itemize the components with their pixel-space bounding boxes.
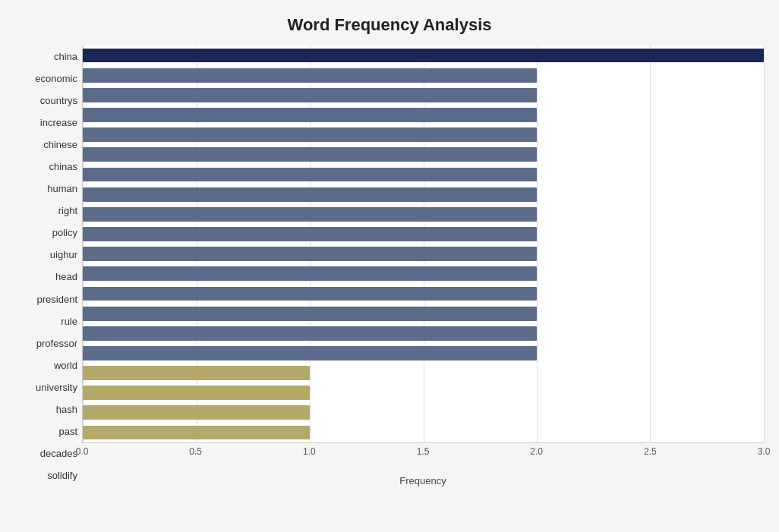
bar-row	[83, 165, 764, 184]
x-axis-labels: 0.00.51.01.52.02.53.0	[82, 446, 764, 461]
bar	[83, 426, 310, 440]
bar	[83, 247, 537, 261]
bar-row	[83, 304, 764, 323]
y-label: world	[54, 360, 77, 370]
bar-row	[83, 323, 764, 343]
y-label: hash	[56, 405, 77, 414]
bar-row	[83, 184, 764, 204]
bar-row	[83, 204, 764, 224]
x-tick-label: 2.0	[530, 446, 543, 457]
y-label: president	[37, 294, 77, 304]
y-label: rule	[61, 316, 77, 326]
bar-row	[83, 383, 764, 403]
y-label: countrys	[40, 96, 77, 105]
bar	[83, 307, 537, 321]
y-label: head	[55, 272, 77, 282]
y-label: chinese	[43, 140, 77, 150]
x-axis-title: Frequency	[82, 475, 764, 486]
bar	[83, 227, 537, 241]
bar-row	[83, 284, 764, 304]
y-label: professor	[36, 338, 77, 348]
x-tick-label: 2.5	[644, 446, 657, 457]
bar	[83, 147, 537, 162]
bar	[83, 68, 537, 83]
bar	[83, 366, 310, 380]
bar-row	[83, 224, 764, 244]
x-tick-label: 0.5	[189, 446, 202, 457]
y-label: decades	[40, 449, 77, 458]
x-tick-label: 1.5	[417, 446, 430, 457]
chart-container: Word Frequency Analysis chinaeconomiccou…	[0, 0, 779, 532]
y-label: policy	[52, 228, 77, 238]
y-label: university	[36, 382, 77, 392]
bar-row	[83, 125, 764, 145]
y-label: chinas	[49, 162, 77, 172]
bar-row	[83, 145, 764, 165]
bar	[83, 326, 537, 341]
x-tick-label: 3.0	[758, 446, 771, 457]
plot-area: 0.00.51.01.52.02.53.0 Frequency	[82, 46, 764, 486]
bar-row	[83, 244, 764, 264]
bar	[83, 405, 310, 420]
bar	[83, 88, 537, 102]
y-label: right	[58, 206, 77, 216]
y-label: economic	[35, 74, 77, 83]
y-labels: chinaeconomiccountrysincreasechinesechin…	[15, 46, 82, 486]
x-tick-label: 1.0	[303, 446, 316, 457]
y-label: past	[58, 427, 77, 436]
bar-row	[83, 343, 764, 363]
bar	[83, 386, 310, 400]
bar-row	[83, 403, 764, 423]
bar	[83, 346, 537, 360]
y-label: human	[47, 184, 77, 194]
bar-row	[83, 46, 764, 65]
bars-wrapper	[82, 46, 764, 443]
y-label: solidify	[47, 471, 77, 480]
y-label: increase	[40, 118, 77, 127]
x-tick-label: 0.0	[76, 446, 89, 457]
bar	[83, 108, 537, 122]
bar	[83, 266, 537, 281]
bar-row	[83, 85, 764, 105]
bar-row	[83, 105, 764, 124]
bar-row	[83, 264, 764, 284]
bar	[83, 49, 764, 63]
bar-row	[83, 364, 764, 383]
y-label: uighur	[50, 250, 77, 260]
bar	[83, 287, 537, 301]
chart-title: Word Frequency Analysis	[15, 8, 764, 46]
bar	[83, 187, 537, 202]
chart-area: chinaeconomiccountrysincreasechinesechin…	[15, 46, 764, 486]
bar-row	[83, 65, 764, 85]
y-label: china	[54, 52, 77, 61]
bar-row	[83, 423, 764, 442]
bar	[83, 207, 537, 222]
bar	[83, 168, 537, 182]
bar	[83, 127, 537, 142]
